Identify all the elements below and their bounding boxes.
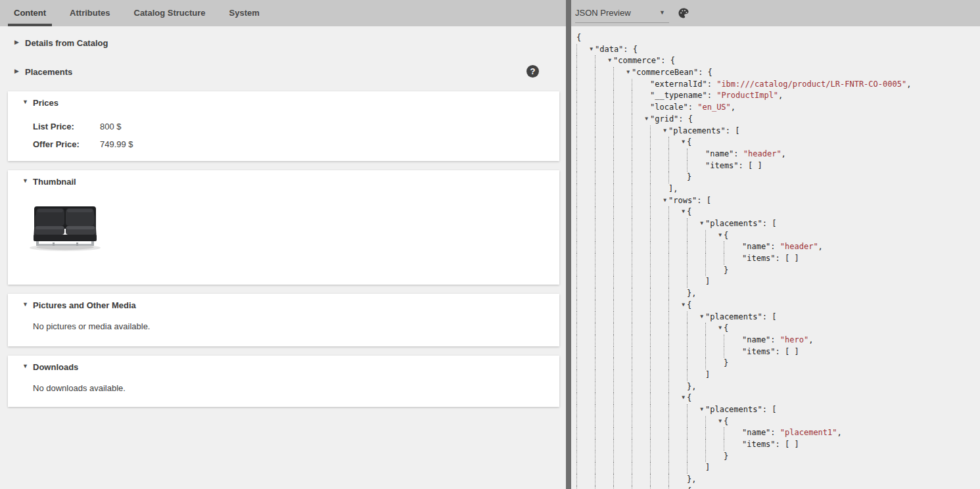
indent-guide bbox=[576, 276, 595, 288]
indent-guide bbox=[595, 276, 613, 288]
indent-guide: ▼ bbox=[668, 137, 687, 149]
collapse-arrow-icon[interactable]: ▼ bbox=[718, 233, 722, 238]
indent-guide bbox=[632, 439, 650, 451]
content-panel: ContentAttributesCatalog StructureSystem… bbox=[0, 0, 566, 489]
indent-guide bbox=[650, 335, 668, 346]
indent-guide bbox=[687, 323, 705, 335]
indent-guide bbox=[595, 241, 613, 253]
indent-guide bbox=[632, 276, 650, 288]
json-line: }, bbox=[576, 474, 980, 486]
indent-guide bbox=[576, 241, 595, 253]
indent-guide bbox=[687, 265, 705, 277]
indent-guide bbox=[613, 439, 632, 451]
chevron-right-icon[interactable] bbox=[14, 68, 22, 74]
indent-guide bbox=[668, 160, 687, 172]
indent-guide: ▼ bbox=[687, 218, 705, 230]
indent-guide bbox=[687, 427, 705, 439]
json-text: } bbox=[724, 358, 728, 369]
json-line: ] bbox=[576, 276, 980, 288]
indent-guide bbox=[650, 439, 668, 451]
indent-guide bbox=[632, 486, 650, 489]
json-text: "locale": "en_US", bbox=[650, 102, 735, 114]
indent-guide bbox=[576, 416, 595, 428]
indent-guide bbox=[632, 462, 650, 474]
panel-divider[interactable] bbox=[566, 0, 571, 489]
json-line: ▼{ bbox=[576, 300, 980, 312]
indent-guide bbox=[576, 230, 595, 242]
indent-guide bbox=[632, 404, 650, 416]
help-icon[interactable]: ? bbox=[526, 65, 539, 78]
indent-guide bbox=[632, 300, 650, 312]
chevron-down-icon[interactable] bbox=[22, 177, 30, 184]
collapse-arrow-icon[interactable]: ▼ bbox=[682, 139, 685, 145]
json-line: ▼"commerce": { bbox=[576, 55, 980, 67]
indent-guide bbox=[705, 451, 724, 463]
pictures-card-header[interactable]: Pictures and Other Media bbox=[8, 299, 559, 312]
indent-guide bbox=[595, 300, 613, 312]
indent-guide bbox=[576, 335, 595, 346]
chevron-down-icon[interactable] bbox=[22, 301, 30, 308]
indent-guide bbox=[687, 416, 705, 428]
collapse-arrow-icon[interactable]: ▼ bbox=[626, 70, 630, 75]
indent-guide bbox=[595, 346, 613, 358]
collapse-arrow-icon[interactable]: ▼ bbox=[590, 47, 593, 52]
indent-guide bbox=[595, 253, 613, 265]
json-line: ], bbox=[576, 183, 980, 195]
collapse-arrow-icon[interactable]: ▼ bbox=[718, 325, 722, 331]
json-line: ▼"commerceBean": { bbox=[576, 67, 980, 79]
indent-guide bbox=[687, 346, 705, 358]
indent-guide bbox=[576, 79, 595, 91]
indent-guide bbox=[724, 241, 742, 253]
collapse-arrow-icon[interactable]: ▼ bbox=[682, 209, 685, 214]
collapse-arrow-icon[interactable]: ▼ bbox=[682, 302, 685, 308]
content-area: Details from Catalog Placements ? Prices… bbox=[0, 26, 566, 489]
json-line: ▼"data": { bbox=[576, 44, 980, 56]
indent-guide bbox=[632, 160, 650, 172]
indent-guide bbox=[613, 335, 632, 346]
downloads-card-header[interactable]: Downloads bbox=[8, 361, 559, 374]
prices-card-header[interactable]: Prices bbox=[8, 97, 559, 110]
indent-guide bbox=[650, 253, 668, 265]
indent-guide bbox=[650, 276, 668, 288]
tab-attributes[interactable]: Attributes bbox=[61, 0, 118, 26]
indent-guide bbox=[576, 381, 595, 393]
indent-guide: ▼ bbox=[613, 67, 632, 79]
indent-guide: ▼ bbox=[650, 195, 668, 207]
tab-content[interactable]: Content bbox=[5, 0, 55, 26]
indent-guide bbox=[613, 160, 632, 172]
collapse-arrow-icon[interactable]: ▼ bbox=[645, 116, 648, 122]
tab-system[interactable]: System bbox=[221, 0, 268, 26]
preview-mode-select[interactable]: JSON Preview ▼ bbox=[575, 3, 669, 23]
indent-guide bbox=[576, 114, 595, 126]
chevron-right-icon[interactable] bbox=[14, 39, 22, 45]
section-details-from-catalog[interactable]: Details from Catalog bbox=[0, 37, 551, 50]
section-placements[interactable]: Placements ? bbox=[0, 66, 551, 79]
indent-guide bbox=[705, 241, 724, 253]
chevron-down-icon[interactable] bbox=[22, 363, 30, 369]
chevron-down-icon[interactable] bbox=[22, 99, 30, 105]
collapse-arrow-icon[interactable]: ▼ bbox=[663, 128, 666, 133]
indent-guide bbox=[632, 265, 650, 277]
collapse-arrow-icon[interactable]: ▼ bbox=[718, 419, 722, 424]
thumbnail-card-header[interactable]: Thumbnail bbox=[8, 175, 559, 189]
indent-guide bbox=[613, 241, 632, 253]
indent-guide bbox=[595, 474, 613, 486]
collapse-arrow-icon[interactable]: ▼ bbox=[700, 314, 703, 319]
collapse-arrow-icon[interactable]: ▼ bbox=[700, 221, 703, 226]
indent-guide bbox=[613, 323, 632, 335]
collapse-arrow-icon[interactable]: ▼ bbox=[700, 407, 703, 412]
indent-guide bbox=[668, 451, 687, 463]
collapse-arrow-icon[interactable]: ▼ bbox=[608, 58, 611, 63]
collapse-arrow-icon[interactable]: ▼ bbox=[682, 395, 685, 400]
palette-icon[interactable] bbox=[677, 7, 690, 20]
product-thumbnail-sofa-image bbox=[25, 203, 105, 253]
indent-guide bbox=[632, 137, 650, 149]
indent-guide bbox=[613, 358, 632, 369]
indent-guide bbox=[650, 404, 668, 416]
indent-guide bbox=[724, 253, 742, 265]
indent-guide bbox=[668, 241, 687, 253]
tab-catalog-structure[interactable]: Catalog Structure bbox=[126, 0, 214, 26]
json-text: "rows": [ bbox=[668, 195, 711, 207]
collapse-arrow-icon[interactable]: ▼ bbox=[663, 198, 666, 203]
indent-guide bbox=[668, 265, 687, 277]
